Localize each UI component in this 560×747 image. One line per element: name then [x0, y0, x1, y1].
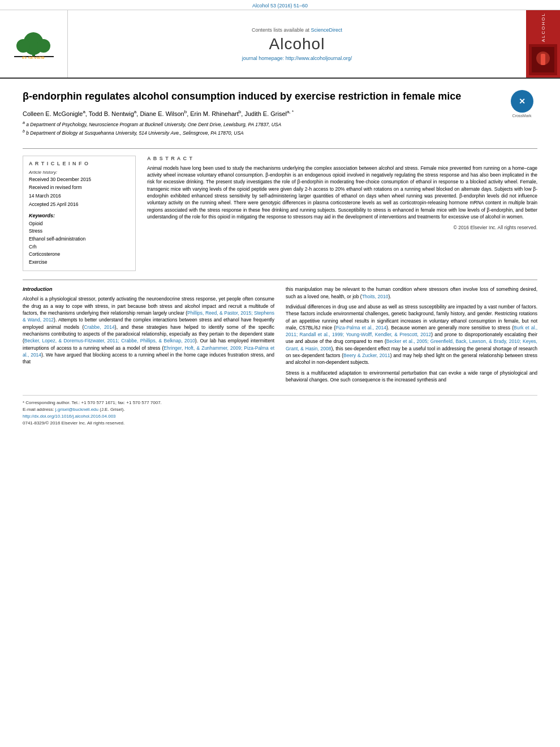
- elsevier-tree-icon: ELSEVIER: [8, 28, 59, 59]
- ref-becker-2005[interactable]: Becker et al., 2005; Greenfield, Back, L…: [286, 338, 537, 351]
- ref-thoits[interactable]: Thoits, 2010: [362, 294, 389, 299]
- body-text-left: Introduction Alcohol is a physiological …: [23, 286, 274, 365]
- abstract-title: A B S T R A C T: [147, 156, 537, 161]
- ref-ehringer[interactable]: Ehringer, Hoft, & Zunhammer, 2009; Piza-…: [23, 345, 274, 358]
- article-title-section: β-endorphin regulates alcohol consumptio…: [23, 90, 537, 148]
- ref-burk[interactable]: Burk et al., 2011; Randall et al., 1999;…: [286, 325, 537, 337]
- abstract-section: A B S T R A C T Animal models have long …: [147, 156, 537, 231]
- intro-paragraph-2: this manipulation may be relevant to the…: [286, 286, 537, 300]
- article-info-column: A R T I C L E I N F O Article history: R…: [23, 156, 136, 272]
- keyword-corticosterone: Corticosterone: [29, 251, 130, 259]
- article-info-title: A R T I C L E I N F O: [29, 161, 130, 166]
- copyright-line: © 2016 Elsevier Inc. All rights reserved…: [147, 225, 537, 230]
- received-revised-label: Received in revised form: [29, 184, 130, 191]
- accepted-date: Accepted 25 April 2016: [29, 201, 130, 208]
- svg-rect-8: [541, 54, 545, 65]
- body-section: Introduction Alcohol is a physiological …: [23, 286, 537, 387]
- journal-header: ELSEVIER Contents lists available at Sci…: [0, 10, 560, 79]
- keywords-title: Keywords:: [29, 213, 130, 218]
- abstract-text: Animal models have long been used to stu…: [147, 165, 537, 221]
- email-note: E-mail address: j.grisel@bucknell.edu (J…: [23, 407, 537, 412]
- journal-homepage-link[interactable]: journal homepage: http://www.alcoholjour…: [242, 55, 352, 61]
- journal-name: Alcohol: [269, 35, 325, 53]
- journal-volume-link[interactable]: Alcohol 53 (2016) 51–60: [252, 3, 308, 8]
- body-text-right: this manipulation may be relevant to the…: [286, 286, 537, 383]
- email-link[interactable]: j.grisel@bucknell.edu: [55, 407, 98, 412]
- science-direct-line: Contents lists available at ScienceDirec…: [252, 27, 342, 33]
- alcohol-cover: ALCOHOL: [526, 10, 560, 78]
- top-bar: Alcohol 53 (2016) 51–60: [0, 0, 560, 10]
- authors-line: Colleen E. McGoniglea, Todd B. Nentwiga,…: [23, 109, 501, 117]
- article-title: β-endorphin regulates alcohol consumptio…: [23, 90, 501, 103]
- abstract-column: A B S T R A C T Animal models have long …: [147, 156, 537, 272]
- crossmark-badge[interactable]: ✕ CrossMark: [506, 90, 537, 118]
- journal-center: Contents lists available at ScienceDirec…: [68, 10, 526, 78]
- keyword-opioid: Opioid: [29, 220, 130, 228]
- article-footer: * Corresponding author. Tel.: +1 570 577…: [23, 395, 537, 426]
- keyword-exercise: Exercise: [29, 259, 130, 267]
- ref-becker-2011[interactable]: Becker, Lopez, & Doremus-Fitzwater, 2011…: [24, 338, 195, 344]
- ref-piza-palma[interactable]: Piza-Palma et al., 2014: [335, 325, 386, 330]
- received-date: Received 30 December 2015: [29, 176, 130, 183]
- intro-paragraph-3: Individual differences in drug use and a…: [286, 303, 537, 366]
- cover-graphic-icon: [532, 47, 554, 72]
- introduction-heading: Introduction: [23, 286, 274, 293]
- crossmark-label: CrossMark: [506, 114, 537, 118]
- elsevier-logo: ELSEVIER: [0, 10, 68, 78]
- keyword-crh: Crh: [29, 243, 130, 251]
- received-revised-date: 14 March 2016: [29, 192, 130, 200]
- ref-crabbe[interactable]: Crabbe, 2014: [84, 324, 115, 330]
- keyword-stress: Stress: [29, 227, 130, 235]
- science-direct-link[interactable]: ScienceDirect: [311, 27, 343, 33]
- ref-phillips[interactable]: Phillips, Reed, & Pastor, 2015; Stephens…: [23, 310, 274, 323]
- article-info-abstract-section: A R T I C L E I N F O Article history: R…: [23, 156, 537, 272]
- svg-point-2: [16, 39, 30, 53]
- alcohol-cover-image: [529, 44, 557, 75]
- body-left-column: Introduction Alcohol is a physiological …: [23, 286, 274, 387]
- article-title-text: β-endorphin regulates alcohol consumptio…: [23, 90, 501, 141]
- ref-beery[interactable]: Beery & Zucker, 2011: [343, 353, 390, 358]
- svg-text:ELSEVIER: ELSEVIER: [22, 55, 45, 59]
- journal-homepage-line: journal homepage: http://www.alcoholjour…: [242, 55, 352, 61]
- intro-paragraph-4: Stress is a multifaceted adaptation to e…: [286, 370, 537, 384]
- history-label: Article history:: [29, 170, 130, 175]
- crossmark-icon: ✕: [511, 90, 533, 113]
- article-info-box: A R T I C L E I N F O Article history: R…: [23, 156, 136, 272]
- corresponding-note: * Corresponding author. Tel.: +1 570 577…: [23, 400, 537, 405]
- affiliations: a a Department of Psychology, Neuroscien…: [23, 120, 501, 136]
- doi-note: http://dx.doi.org/10.1016/j.alcohol.2016…: [23, 414, 537, 419]
- alcohol-cover-text: ALCOHOL: [541, 12, 546, 42]
- intro-paragraph-1: Alcohol is a physiological stressor, pot…: [23, 295, 274, 365]
- doi-link[interactable]: http://dx.doi.org/10.1016/j.alcohol.2016…: [23, 414, 116, 419]
- article-content: β-endorphin regulates alcohol consumptio…: [0, 79, 560, 431]
- keyword-ethanol: Ethanol self-administration: [29, 235, 130, 243]
- issn-note: 0741-8329/© 2016 Elsevier Inc. All right…: [23, 420, 537, 426]
- svg-point-3: [37, 39, 50, 53]
- body-right-column: this manipulation may be relevant to the…: [286, 286, 537, 387]
- section-divider: [23, 280, 537, 280]
